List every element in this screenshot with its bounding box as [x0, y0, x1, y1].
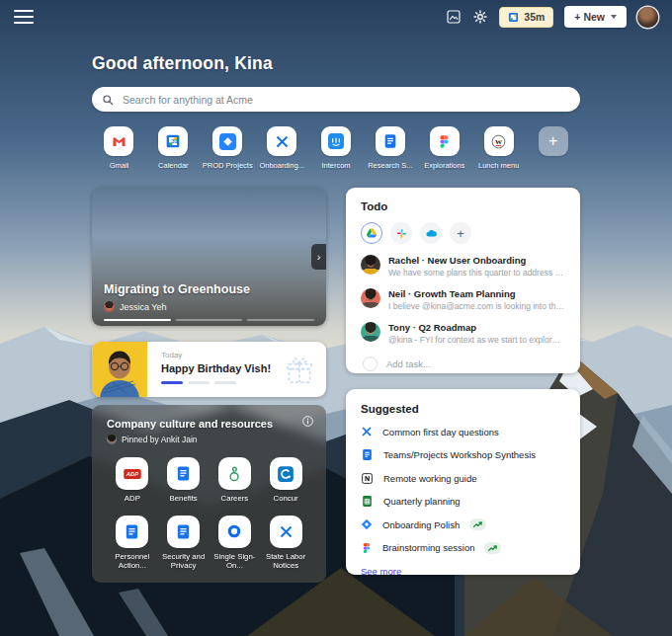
google-calendar-icon: 31 — [165, 133, 181, 149]
chevron-right-icon: › — [317, 251, 321, 263]
pinned-tile-security-privacy[interactable]: Security and Privacy — [158, 516, 210, 571]
see-more-link[interactable]: See more — [361, 566, 401, 577]
add-shortcut-button[interactable]: + — [526, 126, 580, 156]
shortcut-research[interactable]: Research S... — [363, 126, 417, 170]
left-column: › Migrating to Greenhouse Jessica Yeh — [92, 188, 326, 583]
avatar — [361, 255, 380, 275]
suggested-item[interactable]: Onboarding Polish — [361, 518, 565, 531]
wallpaper-icon[interactable] — [446, 9, 462, 25]
author-avatar — [104, 301, 115, 312]
plus-icon: + — [548, 132, 557, 150]
suggested-panel: Suggested Common first day questions Tea… — [346, 389, 580, 575]
meeting-timer-badge[interactable]: 35m — [499, 7, 553, 28]
carousel-next-button[interactable]: › — [311, 244, 326, 270]
trending-up-icon — [472, 520, 483, 528]
greenhouse-icon — [225, 465, 243, 483]
adp-icon: ADP — [122, 464, 143, 484]
pinned-tile-state-labor-notices[interactable]: State Labor Notices — [260, 516, 311, 571]
google-docs-icon — [361, 448, 374, 461]
pinned-tile-concur[interactable]: Concur — [260, 457, 311, 504]
google-drive-icon — [366, 227, 378, 239]
announcement-carousel-card[interactable]: › Migrating to Greenhouse Jessica Yeh — [92, 188, 326, 326]
svg-text:W: W — [495, 137, 502, 145]
caret-down-icon — [611, 15, 617, 19]
filter-google-drive[interactable] — [361, 222, 382, 244]
trending-badge — [469, 518, 486, 530]
search-input[interactable] — [121, 93, 570, 107]
google-docs-icon — [124, 523, 140, 540]
shortcut-onboarding[interactable]: Onboarding... — [255, 126, 309, 170]
shortcut-calendar[interactable]: 31 Calendar — [146, 126, 201, 170]
cross-app-icon — [279, 524, 294, 539]
jira-icon — [219, 133, 236, 150]
pinned-title: Company culture and resources — [107, 418, 311, 430]
pinned-by-label: Pinned by Ankit Jain — [122, 435, 198, 444]
user-avatar[interactable] — [637, 7, 658, 28]
new-button[interactable]: + New — [564, 6, 627, 28]
google-docs-icon — [175, 523, 192, 540]
calendar-mini-icon — [508, 12, 519, 23]
gmail-icon — [111, 133, 127, 150]
pinned-tile-personnel-action[interactable]: Personnel Action... — [107, 516, 158, 571]
hamburger-icon — [14, 10, 34, 12]
add-filter-button[interactable]: + — [450, 222, 471, 244]
todo-panel: Todo — [346, 188, 580, 373]
cross-app-icon — [275, 134, 290, 149]
salesforce-cloud-icon — [425, 228, 438, 238]
timer-badge-label: 35m — [524, 11, 545, 23]
birthday-carousel-progress — [161, 381, 236, 384]
add-task-row[interactable]: Add task... — [361, 357, 565, 371]
shortcut-gmail[interactable]: Gmail — [92, 126, 146, 170]
filter-slack[interactable] — [390, 222, 412, 244]
suggested-item[interactable]: Brainstorming session — [361, 541, 565, 554]
intercom-icon — [328, 133, 344, 149]
jira-diamond-icon — [361, 518, 373, 530]
pinned-collection-card: Company culture and resources Pinned by … — [92, 405, 326, 583]
right-column: Todo — [346, 188, 580, 583]
search-icon — [102, 94, 114, 106]
shortcut-explorations[interactable]: Explorations — [417, 126, 471, 170]
empty-checkbox-icon — [363, 357, 378, 371]
avatar — [361, 322, 380, 342]
trending-up-icon — [487, 544, 498, 552]
todo-title: Todo — [361, 200, 565, 212]
app-shortcuts-row: Gmail 31 Calendar PROD Projects Onboardi… — [92, 126, 580, 170]
search-bar[interactable] — [92, 87, 580, 112]
pinned-tile-benefits[interactable]: Benefits — [158, 457, 210, 504]
greeting-title: Good afternoon, Kina — [92, 53, 580, 74]
todo-item[interactable]: Rachel · New User Onboarding We have som… — [361, 255, 565, 278]
birthday-person-photo — [92, 342, 147, 397]
plus-icon: + — [457, 226, 464, 241]
suggested-item[interactable]: Quarterly planning — [361, 495, 565, 508]
main-content: Good afternoon, Kina Gmail 31 Calendar P… — [92, 45, 580, 583]
suggested-item[interactable]: Common first day questions — [361, 426, 565, 438]
pinned-tile-adp[interactable]: ADP ADP — [107, 457, 158, 504]
todo-item[interactable]: Tony · Q2 Roadmap @kina - FYI for contex… — [361, 322, 565, 345]
top-bar: 35m + New — [0, 0, 672, 34]
menu-button[interactable] — [14, 10, 34, 24]
pinned-by-avatar — [107, 435, 117, 444]
concur-icon — [277, 465, 294, 483]
google-docs-icon — [382, 133, 398, 149]
svg-text:31: 31 — [172, 138, 178, 144]
wiki-w-icon: W — [490, 133, 507, 150]
cross-app-icon — [361, 426, 373, 437]
pinned-tile-single-sign-on[interactable]: Single Sign-On... — [210, 516, 261, 571]
carousel-author: Jessica Yeh — [120, 302, 167, 312]
birthday-card[interactable]: Today Happy Birthday Vish! — [92, 342, 326, 397]
settings-gear-icon[interactable] — [472, 9, 488, 25]
suggested-item[interactable]: Remote working guide — [361, 472, 565, 485]
okta-icon — [225, 522, 243, 540]
filter-salesforce[interactable] — [420, 222, 442, 244]
info-icon[interactable] — [301, 415, 314, 428]
google-docs-icon — [175, 465, 192, 482]
shortcut-intercom[interactable]: Intercom — [309, 126, 364, 170]
shortcut-prod-projects[interactable]: PROD Projects — [201, 126, 255, 170]
pinned-tile-careers[interactable]: Careers — [210, 457, 261, 504]
shortcut-lunch-menu[interactable]: W Lunch menu — [471, 126, 526, 170]
suggested-title: Suggested — [361, 403, 565, 415]
todo-item[interactable]: Neil · Growth Team Planning I believe @k… — [361, 288, 565, 311]
notion-icon — [361, 472, 374, 485]
gift-icon — [283, 354, 316, 387]
suggested-item[interactable]: Teams/Projects Workshop Synthesis — [361, 448, 565, 461]
